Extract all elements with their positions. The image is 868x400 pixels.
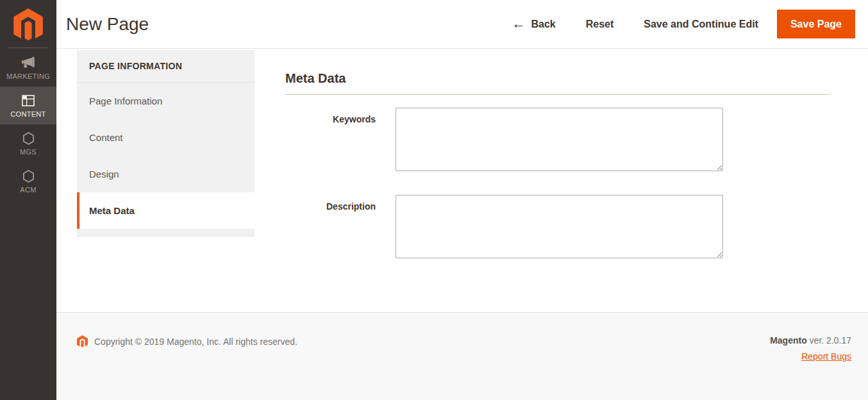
description-field-row: Description	[285, 195, 830, 261]
sidebar-divider	[8, 47, 48, 48]
magento-logo[interactable]	[0, 0, 56, 40]
save-and-continue-button[interactable]: Save and Continue Edit	[644, 19, 758, 30]
tab-content[interactable]: Content	[77, 119, 255, 156]
tab-page-information[interactable]: Page Information	[77, 83, 255, 119]
version-number: ver. 2.0.17	[807, 335, 851, 346]
megaphone-icon	[20, 55, 37, 71]
hexagon-icon	[21, 131, 36, 146]
page-footer: Copyright © 2019 Magento, Inc. All right…	[56, 312, 868, 400]
keywords-field-row: Keywords	[285, 108, 830, 174]
keywords-textarea[interactable]	[396, 108, 723, 171]
back-button-label: Back	[531, 19, 555, 30]
meta-data-section: Meta Data Keywords Description	[285, 49, 830, 261]
app-window: MARKETING CONTENT	[0, 0, 868, 400]
copyright-text: Copyright © 2019 Magento, Inc. All right…	[94, 335, 297, 347]
sidebar-item-label: ACM	[20, 187, 36, 194]
page-header: New Page ← Back Reset Save and Continue …	[56, 0, 868, 49]
tab-meta-data[interactable]: Meta Data	[77, 192, 255, 229]
section-divider	[285, 94, 830, 95]
layout-icon	[21, 93, 36, 108]
nav-panel-title: PAGE INFORMATION	[77, 50, 255, 83]
sidebar-item-label: CONTENT	[10, 111, 46, 118]
sidebar-item-label: MARKETING	[6, 73, 50, 80]
description-label: Description	[285, 195, 396, 261]
page-title: New Page	[66, 14, 149, 35]
sidebar-menu: MARKETING CONTENT	[0, 49, 56, 200]
back-button[interactable]: ← Back	[512, 17, 555, 31]
tab-design[interactable]: Design	[77, 156, 255, 192]
magento-footer-logo-icon	[77, 335, 88, 347]
save-and-continue-label: Save and Continue Edit	[644, 19, 758, 30]
sidebar-item-acm[interactable]: ACM	[0, 162, 56, 200]
save-page-button[interactable]: Save Page	[777, 10, 855, 38]
section-title: Meta Data	[285, 71, 830, 86]
magento-logo-icon	[13, 8, 43, 41]
report-bugs-link[interactable]: Report Bugs	[801, 351, 851, 362]
keywords-label: Keywords	[285, 108, 396, 174]
description-textarea[interactable]	[396, 195, 723, 258]
nav-panel-footer-strip	[77, 229, 255, 237]
page-information-nav: PAGE INFORMATION Page Information Conten…	[77, 50, 255, 237]
reset-button-label: Reset	[586, 19, 614, 30]
reset-button[interactable]: Reset	[586, 19, 614, 30]
main-content: PAGE INFORMATION Page Information Conten…	[56, 49, 868, 312]
version-text: Magento ver. 2.0.17	[770, 335, 851, 346]
sidebar-item-label: MGS	[20, 149, 37, 156]
sidebar-item-content[interactable]: CONTENT	[0, 87, 56, 124]
brand-name: Magento	[770, 335, 807, 346]
sidebar-item-mgs[interactable]: MGS	[0, 124, 56, 162]
header-actions: ← Back Reset Save and Continue Edit Save…	[512, 10, 855, 38]
admin-sidebar: MARKETING CONTENT	[0, 0, 56, 400]
back-arrow-icon: ←	[512, 17, 525, 30]
sidebar-item-marketing[interactable]: MARKETING	[0, 49, 56, 87]
hexagon-icon	[21, 169, 36, 184]
